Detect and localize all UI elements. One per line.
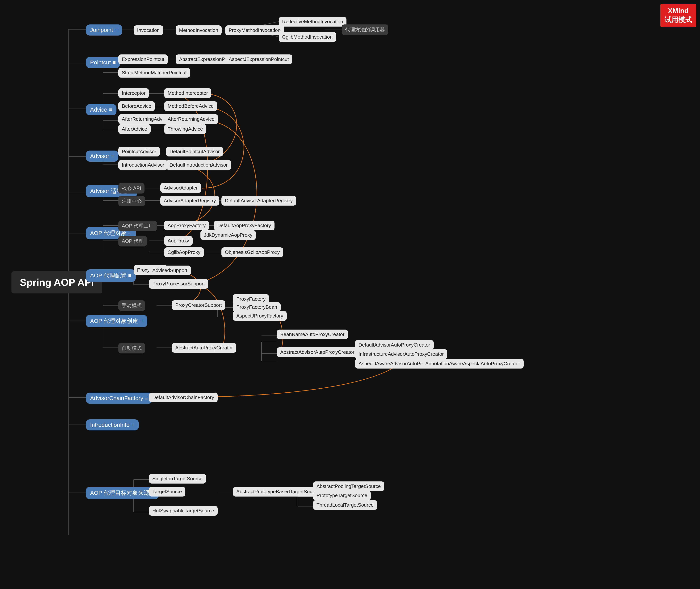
aop-proxy-factory-label: AOP 代理工厂 — [118, 221, 157, 231]
before-advice-node[interactable]: BeforeAdvice — [118, 101, 155, 111]
jdk-dynamic-aop-proxy-node[interactable]: JdkDynamicAopProxy — [201, 230, 256, 240]
bean-name-auto-proxy-creator-node[interactable]: BeanNameAutoProxyCreator — [277, 330, 348, 339]
method-interceptor-node[interactable]: MethodInterceptor — [164, 88, 211, 98]
aspectj-expression-pointcut-node[interactable]: AspectJExpressionPointcut — [225, 54, 292, 64]
abstract-advisor-auto-proxy-creator-node[interactable]: AbstractAdvisorAutoProxyCreator — [277, 347, 358, 357]
throwing-advice-node[interactable]: ThrowingAdvice — [164, 124, 206, 134]
prototype-target-source-node[interactable]: PrototypeTargetSource — [313, 490, 371, 501]
aop-proxy-factory-node[interactable]: AopProxyFactory — [164, 221, 209, 230]
annotation-aware-aspectj-auto-proxy-creator-node[interactable]: AnnotationAwareAspectJAutoProxyCreator — [422, 359, 523, 369]
abstract-pooling-target-source-node[interactable]: AbstractPoolingTargetSource — [313, 481, 384, 491]
xmind-subtitle: 试用模式 — [665, 15, 692, 24]
advisor-adapter2-node[interactable]: AdvisorAdapter — [160, 183, 201, 193]
auto-mode-label: 自动模式 — [118, 343, 145, 354]
default-aop-proxy-factory-node[interactable]: DefaultAopProxyFactory — [214, 221, 275, 230]
hot-swappable-target-source-node[interactable]: HotSwappableTargetSource — [149, 506, 218, 516]
xmind-title: XMind — [665, 6, 692, 15]
advisor-adapter-registry-node[interactable]: AdvisorAdapterRegistry — [160, 196, 219, 206]
advisor-node[interactable]: Advisor ≡ — [86, 151, 118, 162]
aop-proxy-node[interactable]: AopProxy — [164, 236, 193, 246]
target-source-node[interactable]: TargetSource — [149, 487, 186, 497]
register-center-node: 注册中心 — [118, 196, 145, 206]
default-advisor-adapter-registry-node[interactable]: DefaultAdvisorAdapterRegistry — [222, 196, 296, 206]
thread-local-target-source-node[interactable]: ThreadLocalTargetSource — [313, 500, 377, 510]
xmind-badge: XMind 试用模式 — [660, 4, 696, 27]
advisor-chain-factory-node[interactable]: AdvisorChainFactory ≡ — [86, 393, 152, 404]
aop-target-source-node[interactable]: AOP 代理目标对象来源 ≡ — [86, 487, 158, 499]
reflective-method-invocation-node[interactable]: ReflectiveMethodInvocation — [279, 17, 346, 27]
default-advisor-auto-proxy-creator-node[interactable]: DefaultAdvisorAutoProxyCreator — [355, 340, 434, 350]
introduction-advisor-node[interactable]: IntroductionAdvisor — [118, 160, 168, 170]
advice-node[interactable]: Advice ≡ — [86, 104, 116, 115]
advised-support-node[interactable]: AdvisedSupport — [149, 265, 191, 275]
method-invocation-node[interactable]: MethodInvocation — [176, 25, 222, 35]
cglib-method-invocation-node[interactable]: CglibMethodInvocation — [279, 32, 336, 42]
aop-proxy-create-node[interactable]: AOP 代理对象创建 ≡ — [86, 315, 147, 327]
default-advisor-chain-factory-node[interactable]: DefaultAdvisorChainFactory — [149, 393, 218, 402]
interceptor-node[interactable]: Interceptor — [118, 88, 149, 98]
proxy-factory-bean-node[interactable]: ProxyFactoryBean — [233, 302, 281, 312]
singleton-target-source-node[interactable]: SingletonTargetSource — [149, 474, 206, 483]
default-introduction-advisor-node[interactable]: DefaultIntroductionAdvisor — [166, 160, 231, 170]
proxy-method-call-node: 代理方法的调用器 — [342, 24, 388, 35]
objenesis-cglib-aop-proxy-node[interactable]: ObjenesisGclibAopProxy — [222, 247, 283, 257]
after-returning-advice2-node[interactable]: AfterReturningAdvice — [164, 114, 218, 124]
aspectj-proxy-factory-node[interactable]: AspectJProxyFactory — [233, 311, 287, 321]
joinpoint-node[interactable]: Joinpoint ≡ — [86, 24, 122, 35]
pointcut-node[interactable]: Pointcut ≡ — [86, 57, 120, 68]
abstract-auto-proxy-creator-node[interactable]: AbstractAutoProxyCreator — [172, 343, 236, 353]
method-before-advice-node[interactable]: MethodBeforeAdvice — [164, 101, 217, 111]
introduction-info-node[interactable]: IntroductionInfo ≡ — [86, 419, 139, 430]
cglib-aop-proxy-node[interactable]: CglibAopProxy — [164, 247, 204, 257]
proxy-method-invocation-node[interactable]: ProxyMethodInvocation — [225, 25, 284, 35]
core-api-node: 核心 API — [118, 183, 144, 194]
expression-pointcut-node[interactable]: ExpressionPointcut — [118, 54, 168, 64]
invocation-node[interactable]: Invocation — [133, 25, 163, 35]
infrastructure-advisor-auto-proxy-creator-node[interactable]: InfrastructureAdvisorAutoProxyCreator — [355, 349, 447, 359]
after-advice-node[interactable]: AfterAdvice — [118, 124, 150, 134]
static-method-matcher-pointcut-node[interactable]: StaticMethodMatcherPointcut — [118, 68, 190, 77]
proxy-creator-support-node[interactable]: ProxyCreatorSupport — [172, 300, 225, 310]
aop-proxy-config-node[interactable]: AOP 代理配置 ≡ — [86, 269, 136, 282]
default-pointcut-advisor-node[interactable]: DefaultPointcutAdvisor — [166, 147, 223, 157]
abstract-prototype-based-target-source-node[interactable]: AbstractPrototypeBasedTargetSource — [233, 487, 323, 497]
manual-mode-label: 手动模式 — [118, 300, 145, 311]
pointcut-advisor-node[interactable]: PointcutAdvisor — [118, 147, 160, 157]
proxy-processor-support-node[interactable]: ProxyProcessorSupport — [149, 279, 208, 289]
svg-line-15 — [264, 22, 279, 25]
joinpoint-label: Joinpoint ≡ — [90, 27, 118, 33]
aop-proxy-label: AOP 代理 — [118, 236, 147, 246]
